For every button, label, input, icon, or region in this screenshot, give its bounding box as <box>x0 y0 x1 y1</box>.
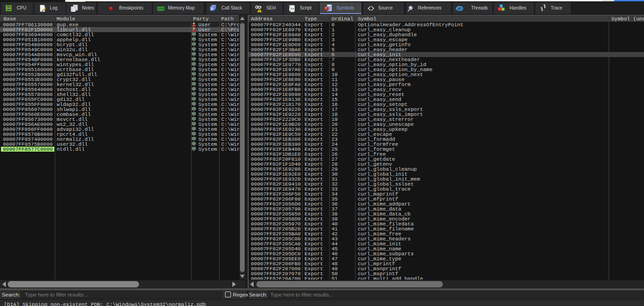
svg-text:64: 64 <box>7 6 10 10</box>
